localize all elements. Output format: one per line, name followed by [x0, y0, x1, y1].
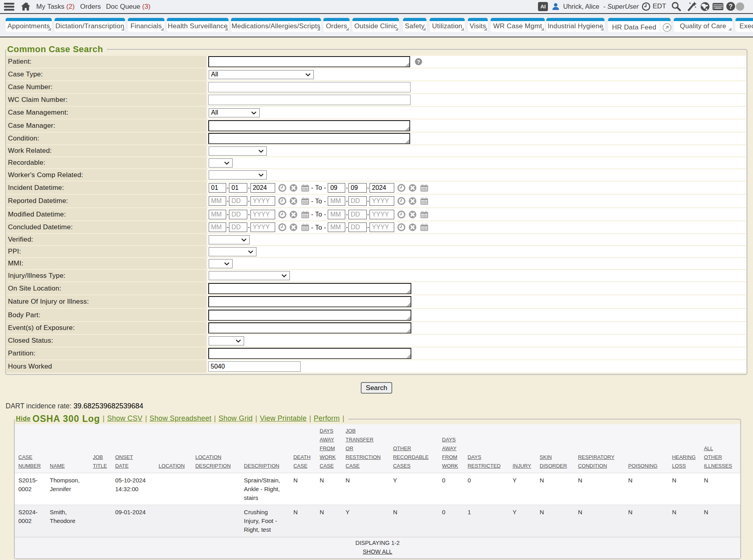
svg-text:?: ?: [417, 59, 420, 65]
svg-text:?: ?: [729, 3, 733, 10]
